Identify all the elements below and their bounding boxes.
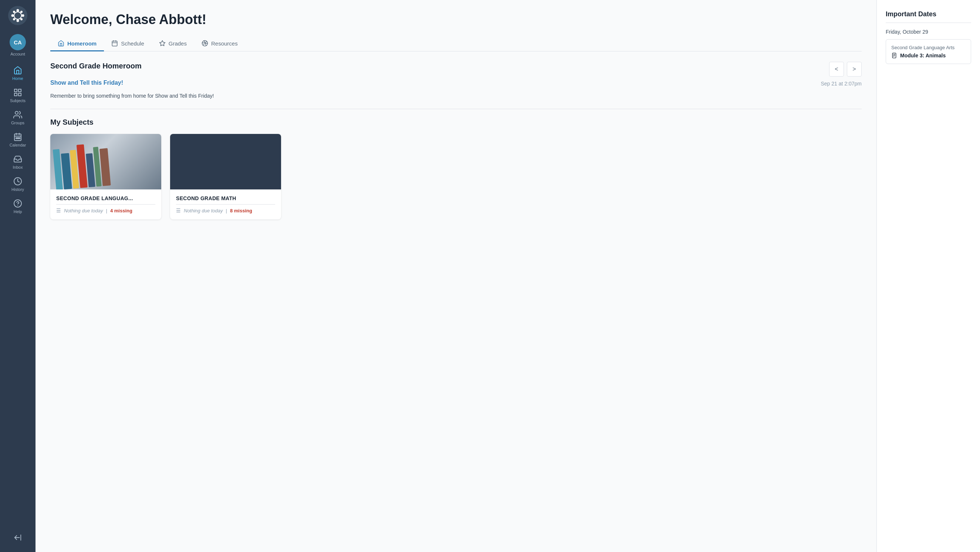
right-panel: Important Dates Friday, October 29 Secon… <box>877 0 980 552</box>
home-icon <box>13 66 22 75</box>
subject-card-lang-arts[interactable]: SECOND GRADE LANGUAG... ☰ Nothing due to… <box>50 134 161 219</box>
status-pipe-lang-arts: | <box>106 208 107 214</box>
tabs-bar: Homeroom Schedule Grades Resourc <box>50 36 862 51</box>
svg-point-5 <box>22 14 24 17</box>
help-icon <box>13 199 22 208</box>
tab-homeroom-label: Homeroom <box>67 40 97 46</box>
svg-point-2 <box>17 9 19 12</box>
subject-card-lang-arts-status: ☰ Nothing due today | 4 missing <box>56 207 155 214</box>
sidebar: CA Account Home Subjects Groups <box>0 0 35 552</box>
sidebar-item-inbox-label: Inbox <box>13 165 23 169</box>
sidebar-item-calendar[interactable]: Calendar <box>0 129 35 151</box>
page-title: Welcome, Chase Abbott! <box>50 12 862 27</box>
svg-rect-10 <box>14 89 17 92</box>
sidebar-item-calendar-label: Calendar <box>10 143 26 147</box>
resources-tab-icon <box>202 40 208 46</box>
important-dates-title: Important Dates <box>886 10 971 18</box>
subject-card-lang-arts-image <box>50 134 161 190</box>
svg-point-3 <box>17 20 19 22</box>
svg-rect-19 <box>16 138 17 139</box>
tab-grades[interactable]: Grades <box>152 36 194 51</box>
subject-card-math-name: SECOND GRADE MATH <box>176 195 275 204</box>
subject-card-math[interactable]: SECOND GRADE MATH ☰ Nothing due today | … <box>170 134 281 219</box>
app-logo <box>8 6 27 25</box>
sidebar-item-history-label: History <box>11 187 24 191</box>
svg-rect-11 <box>19 89 21 92</box>
sidebar-item-history[interactable]: History <box>0 173 35 195</box>
status-missing-lang-arts: 4 missing <box>110 208 132 214</box>
homeroom-section: Second Grade Homeroom < > Show and Tell … <box>50 62 862 100</box>
right-panel-divider <box>886 22 971 23</box>
collapse-button[interactable] <box>0 529 35 546</box>
status-missing-math: 8 missing <box>230 208 252 214</box>
prev-announcement-button[interactable]: < <box>829 62 844 77</box>
subjects-section-title: My Subjects <box>50 118 862 126</box>
announcement-body: Remember to bring something from home fo… <box>50 92 862 100</box>
section-divider <box>50 109 862 109</box>
announcement-timestamp: Sep 21 at 2:07pm <box>821 81 862 86</box>
subject-card-math-status: ☰ Nothing due today | 8 missing <box>176 207 275 214</box>
subjects-section: My Subjects SECOND GRADE LANGU <box>50 118 862 219</box>
groups-icon <box>13 110 22 119</box>
subject-card-math-body: SECOND GRADE MATH ☰ Nothing due today | … <box>170 190 281 219</box>
schedule-tab-icon <box>111 40 118 46</box>
svg-rect-13 <box>19 93 21 96</box>
sidebar-item-subjects-label: Subjects <box>10 99 25 103</box>
svg-point-6 <box>13 11 15 13</box>
subjects-grid: SECOND GRADE LANGUAG... ☰ Nothing due to… <box>50 134 862 219</box>
date-card-module: Module 3: Animals <box>891 53 966 59</box>
homeroom-tab-icon <box>58 40 64 46</box>
sidebar-item-groups[interactable]: Groups <box>0 107 35 129</box>
svg-marker-31 <box>159 41 165 46</box>
sidebar-item-subjects[interactable]: Subjects <box>0 85 35 107</box>
list-icon-lang-arts: ☰ <box>56 207 61 214</box>
subject-card-math-image <box>170 134 281 190</box>
date-card-subject: Second Grade Language Arts <box>891 45 966 50</box>
status-nothing-math: Nothing due today <box>184 208 223 214</box>
subject-card-lang-arts-body: SECOND GRADE LANGUAG... ☰ Nothing due to… <box>50 190 161 219</box>
inbox-icon <box>13 155 22 164</box>
main-content: Welcome, Chase Abbott! Homeroom Schedule <box>35 0 877 552</box>
module-label: Module 3: Animals <box>900 53 946 59</box>
grades-tab-icon <box>159 40 165 46</box>
tab-resources-label: Resources <box>211 40 238 46</box>
status-nothing-lang-arts: Nothing due today <box>64 208 103 214</box>
svg-rect-20 <box>18 138 19 139</box>
svg-rect-12 <box>14 93 17 96</box>
list-icon-math: ☰ <box>176 207 181 214</box>
tab-homeroom[interactable]: Homeroom <box>50 36 104 51</box>
homeroom-title: Second Grade Homeroom <box>50 62 142 70</box>
svg-rect-21 <box>19 138 20 139</box>
homeroom-header: Second Grade Homeroom < > <box>50 62 862 77</box>
subject-card-lang-arts-name: SECOND GRADE LANGUAG... <box>56 195 155 204</box>
homeroom-meta: Show and Tell this Friday! Sep 21 at 2:0… <box>50 80 862 88</box>
svg-point-14 <box>15 112 18 114</box>
sidebar-item-groups-label: Groups <box>11 121 24 125</box>
svg-rect-27 <box>112 41 117 46</box>
date-label: Friday, October 29 <box>886 29 971 35</box>
sidebar-item-home[interactable]: Home <box>0 62 35 85</box>
sidebar-item-home-label: Home <box>12 76 23 81</box>
svg-point-8 <box>13 18 15 20</box>
history-icon <box>13 177 22 186</box>
nav-arrows: < > <box>829 62 862 77</box>
tab-schedule-label: Schedule <box>121 40 144 46</box>
announcement-title: Show and Tell this Friday! <box>50 80 123 86</box>
next-announcement-button[interactable]: > <box>847 62 862 77</box>
module-icon <box>891 53 897 59</box>
tab-resources[interactable]: Resources <box>194 36 245 51</box>
tab-schedule[interactable]: Schedule <box>104 36 152 51</box>
subjects-icon <box>13 88 22 97</box>
collapse-icon <box>14 533 22 542</box>
calendar-icon <box>13 132 22 141</box>
date-card[interactable]: Second Grade Language Arts Module 3: Ani… <box>886 39 971 64</box>
account-button[interactable]: CA Account <box>0 31 35 59</box>
sidebar-item-help[interactable]: Help <box>0 195 35 217</box>
avatar: CA <box>10 34 26 50</box>
svg-point-0 <box>8 6 27 25</box>
svg-point-9 <box>20 18 22 20</box>
status-pipe-math: | <box>226 208 227 214</box>
svg-point-4 <box>11 14 14 17</box>
account-label: Account <box>10 52 25 56</box>
sidebar-item-inbox[interactable]: Inbox <box>0 151 35 173</box>
